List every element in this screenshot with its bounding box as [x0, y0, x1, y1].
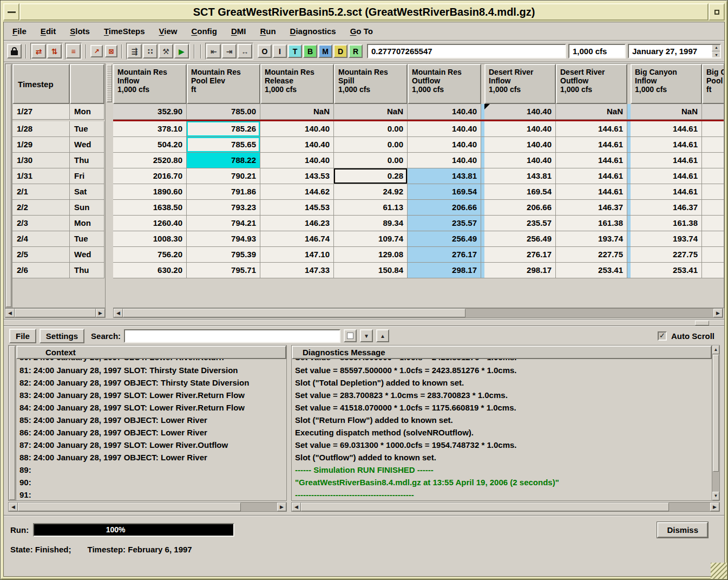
pane-resize-handle[interactable]: [107, 64, 112, 102]
refresh-slots-button[interactable]: ⇄: [31, 44, 46, 58]
table-cell[interactable]: [702, 231, 724, 247]
table-cell[interactable]: 144.61: [556, 168, 627, 184]
day-cell[interactable]: Mon: [70, 104, 104, 120]
context-row[interactable]: 89:: [16, 464, 286, 476]
vscroll-thumb[interactable]: [713, 355, 719, 472]
scroll-left-button[interactable]: ◀: [114, 309, 123, 317]
timestep-cell[interactable]: 2/3: [12, 216, 70, 231]
table-cell[interactable]: 140.40: [408, 137, 481, 153]
table-cell[interactable]: 630.20: [113, 263, 187, 278]
hscroll-thumb[interactable]: [301, 503, 669, 511]
timestep-cell[interactable]: 2/6: [12, 263, 70, 278]
table-cell[interactable]: 794.93: [187, 231, 260, 247]
plot-next-button[interactable]: ⇥: [222, 44, 237, 58]
table-cell[interactable]: [702, 137, 724, 153]
table-cell[interactable]: 253.41: [631, 263, 702, 278]
day-cell[interactable]: Tue: [70, 121, 104, 137]
message-vscrollbar[interactable]: ▲ ▼: [712, 346, 719, 500]
context-row[interactable]: 88: 24:00 January 28, 1997 OBJECT: Lower…: [16, 451, 286, 464]
table-cell[interactable]: 24.92: [334, 184, 408, 200]
message-row[interactable]: Set value = 69.031300 * 1000.0cfs = 1954…: [292, 439, 712, 451]
scroll-left-button[interactable]: ◀: [5, 309, 15, 317]
timestep-column-header[interactable]: Timestep: [12, 64, 70, 104]
menu-item-config[interactable]: Config: [191, 27, 217, 36]
table-cell[interactable]: [702, 263, 724, 278]
scroll-left-button[interactable]: ◀: [292, 503, 301, 511]
table-cell[interactable]: 227.75: [556, 247, 627, 263]
vscroll-thumb[interactable]: [6, 64, 11, 307]
timestep-cell[interactable]: 1/31: [12, 168, 70, 184]
column-header[interactable]: Desert RiverOutflow1,000 cfs: [556, 64, 627, 104]
day-cell[interactable]: Wed: [70, 247, 104, 263]
table-cell[interactable]: 276.17: [484, 247, 556, 263]
table-cell[interactable]: 206.66: [484, 200, 556, 216]
timestep-cell[interactable]: 1/30: [12, 153, 70, 168]
highlight-color-button[interactable]: [344, 329, 357, 342]
table-cell[interactable]: 298.17: [408, 263, 481, 278]
message-row[interactable]: Set value = 283.700823 * 1.0cms = 283.70…: [292, 389, 712, 401]
timestep-cell[interactable]: 2/2: [12, 200, 70, 216]
table-cell[interactable]: 140.40: [260, 153, 334, 168]
menu-item-file[interactable]: File: [12, 27, 27, 36]
column-header[interactable]: Mountain ResRelease1,000 cfs: [260, 64, 334, 104]
splitter[interactable]: [4, 319, 724, 327]
scroll-up-button[interactable]: ▲: [712, 346, 719, 354]
table-cell[interactable]: 227.75: [631, 247, 702, 263]
table-cell[interactable]: 146.74: [260, 231, 334, 247]
table-cell[interactable]: 1260.40: [113, 216, 187, 231]
context-row[interactable]: 86: 24:00 January 28, 1997 OBJECT: Lower…: [16, 426, 286, 439]
table-cell[interactable]: 794.21: [187, 216, 260, 231]
context-row[interactable]: 83: 24:00 January 28, 1997 SLOT: Lower R…: [16, 389, 286, 401]
table-cell[interactable]: 788.22: [187, 153, 260, 168]
run-simulation-button[interactable]: ▶: [174, 44, 189, 58]
table-cell[interactable]: 1008.30: [113, 231, 187, 247]
scroll-right-button[interactable]: ▶: [710, 503, 719, 511]
tools-button[interactable]: ⚒: [159, 44, 173, 58]
context-row[interactable]: 82: 24:00 January 28, 1997 OBJECT: Thirs…: [16, 376, 286, 389]
table-cell[interactable]: 146.37: [556, 200, 627, 216]
table-cell[interactable]: [702, 200, 724, 216]
toggle-o-button[interactable]: O: [258, 44, 272, 58]
table-hscrollbar[interactable]: ◀ ▶: [113, 308, 723, 318]
table-cell[interactable]: 140.40: [484, 153, 556, 168]
hscroll-thumb[interactable]: [18, 503, 241, 511]
table-cell[interactable]: 1638.50: [113, 200, 187, 216]
units-field[interactable]: 1,000 cfs: [568, 44, 626, 58]
message-row[interactable]: Slot ("Outflow") added to known set.: [292, 451, 712, 464]
window-menu-button[interactable]: [3, 3, 19, 21]
day-column-header[interactable]: [70, 64, 104, 104]
toggle-i-button[interactable]: I: [273, 44, 287, 58]
table-cell[interactable]: 144.61: [631, 184, 702, 200]
context-vscrollbar[interactable]: [9, 346, 16, 500]
timestep-cell[interactable]: 2/1: [12, 184, 70, 200]
column-header[interactable]: Big CanyonPool Elevft: [702, 64, 724, 104]
table-cell[interactable]: 140.40: [408, 104, 481, 120]
column-header[interactable]: Big CanyonInflow1,000 cfs: [631, 64, 702, 104]
table-cell[interactable]: 89.34: [334, 216, 408, 231]
grid-button[interactable]: ∷: [143, 44, 158, 58]
table-cell[interactable]: 140.40: [408, 121, 481, 137]
table-cell[interactable]: [702, 247, 724, 263]
table-cell[interactable]: NaN: [631, 104, 702, 120]
day-cell[interactable]: Thu: [70, 153, 104, 168]
table-cell[interactable]: 2520.80: [113, 153, 187, 168]
table-cell[interactable]: 378.10: [113, 121, 187, 137]
table-cell[interactable]: 256.49: [408, 231, 481, 247]
table-cell[interactable]: 61.13: [334, 200, 408, 216]
table-cell[interactable]: 144.61: [556, 184, 627, 200]
message-row[interactable]: Slot ("Return Flow") added to known set.: [292, 414, 712, 426]
message-row[interactable]: ------ Simulation RUN FINISHED ------: [292, 464, 712, 476]
row-list-button[interactable]: ≡: [66, 44, 81, 58]
column-header[interactable]: Mountain ResInflow1,000 cfs: [113, 64, 187, 104]
table-cell[interactable]: 140.40: [408, 153, 481, 168]
table-cell[interactable]: 256.49: [484, 231, 556, 247]
menu-item-view[interactable]: View: [159, 27, 178, 36]
table-cell[interactable]: 0.00: [334, 121, 408, 137]
table-cell[interactable]: 144.61: [556, 121, 627, 137]
column-header[interactable]: Mountain ResOutflow1,000 cfs: [408, 64, 481, 104]
table-cell[interactable]: 146.23: [260, 216, 334, 231]
table-cell[interactable]: 146.37: [631, 200, 702, 216]
table-cell[interactable]: 169.54: [484, 184, 556, 200]
table-cell[interactable]: 193.74: [556, 231, 627, 247]
table-cell[interactable]: 0.28: [334, 168, 408, 184]
